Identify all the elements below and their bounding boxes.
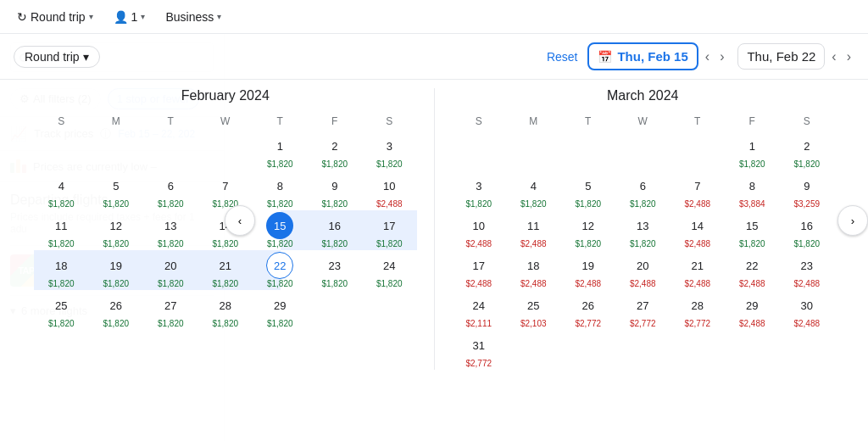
day-cell[interactable]: 28$1,820 [198, 290, 253, 330]
day-cell[interactable]: 7$1,820 [198, 170, 253, 210]
day-cell[interactable]: 10$2,488 [362, 170, 417, 210]
day-price: $1,820 [198, 279, 253, 288]
day-cell[interactable]: 26$1,820 [89, 290, 144, 330]
day-cell[interactable]: 6$1,820 [143, 170, 198, 210]
start-date-box[interactable]: 📅 Thu, Feb 15 [587, 42, 698, 70]
day-price: $3,884 [725, 199, 780, 209]
day-cell[interactable]: 24$2,111 [452, 290, 507, 330]
roundtrip-select[interactable]: Round trip ▾ [14, 46, 100, 68]
day-cell [561, 330, 616, 370]
end-date-prev-button[interactable]: ‹ [828, 46, 839, 68]
next-arrow-button[interactable]: › [837, 205, 868, 236]
day-cell[interactable]: 13$1,820 [615, 210, 670, 250]
march-calendar: March 2024 SMTWTFS1$1,8202$1,8203$1,8204… [435, 80, 852, 378]
day-cell[interactable]: 21$1,820 [198, 250, 253, 290]
passengers-button[interactable]: 👤 1 ▾ [107, 7, 153, 27]
day-cell[interactable]: 12$1,820 [89, 210, 144, 250]
start-date-prev-button[interactable]: ‹ [702, 46, 713, 68]
day-cell[interactable]: 5$1,820 [561, 170, 616, 210]
day-cell[interactable]: 16$1,820 [308, 210, 363, 250]
day-number: 13 [157, 212, 184, 239]
day-price: $1,820 [89, 199, 144, 209]
day-cell[interactable]: 11$2,488 [506, 210, 561, 250]
day-cell[interactable]: 13$1,820 [143, 210, 198, 250]
day-cell[interactable]: 25$1,820 [34, 290, 89, 330]
day-cell[interactable]: 28$2,772 [670, 290, 726, 330]
day-cell[interactable]: 23$2,488 [780, 250, 835, 290]
day-cell[interactable]: 3$1,820 [452, 170, 507, 210]
day-cell[interactable]: 18$1,820 [34, 250, 89, 290]
day-cell[interactable]: 2$1,820 [780, 131, 835, 170]
day-cell[interactable]: 29$1,820 [253, 290, 308, 330]
day-price: $2,488 [725, 279, 780, 288]
day-header: S [34, 112, 89, 131]
day-cell[interactable]: 17$1,820 [362, 210, 417, 250]
day-cell[interactable]: 16$1,820 [780, 210, 835, 250]
day-cell[interactable]: 19$2,488 [561, 250, 616, 290]
day-cell[interactable]: 15$1,820 [253, 210, 308, 250]
day-cell[interactable]: 2$1,820 [308, 131, 363, 170]
day-cell[interactable]: 8$3,884 [725, 170, 780, 210]
day-cell[interactable]: 10$2,488 [452, 210, 507, 250]
day-number: 10 [376, 172, 403, 199]
day-cell[interactable]: 15$1,820 [725, 210, 780, 250]
day-cell[interactable]: 7$2,488 [670, 170, 726, 210]
day-cell[interactable]: 25$2,103 [506, 290, 561, 330]
day-price: $1,820 [34, 279, 89, 288]
day-cell[interactable]: 24$1,820 [362, 250, 417, 290]
day-header: T [561, 112, 616, 131]
day-price: $1,820 [506, 199, 561, 209]
day-cell[interactable]: 31$2,772 [452, 330, 507, 370]
day-cell[interactable]: 11$1,820 [34, 210, 89, 250]
day-cell[interactable]: 14$2,488 [670, 210, 726, 250]
day-cell[interactable]: 6$1,820 [615, 170, 670, 210]
day-price: $2,488 [452, 239, 507, 248]
day-cell[interactable]: 20$2,488 [615, 250, 670, 290]
day-cell[interactable]: 19$1,820 [89, 250, 144, 290]
day-cell[interactable]: 5$1,820 [89, 170, 144, 210]
day-cell[interactable]: 20$1,820 [143, 250, 198, 290]
day-number: 18 [520, 252, 547, 279]
day-cell[interactable]: 27$2,772 [615, 290, 670, 330]
day-cell[interactable]: 1$1,820 [253, 131, 308, 170]
day-number: 17 [465, 252, 492, 279]
end-date-box[interactable]: Thu, Feb 22 [737, 43, 825, 70]
day-cell[interactable]: 21$2,488 [670, 250, 726, 290]
prev-arrow-button[interactable]: ‹ [225, 205, 255, 236]
trip-type-button[interactable]: ↻ Round trip ▾ [10, 7, 100, 27]
day-cell[interactable]: 4$1,820 [506, 170, 561, 210]
day-cell[interactable]: 23$1,820 [308, 250, 363, 290]
day-cell[interactable]: 17$2,488 [452, 250, 507, 290]
day-cell[interactable]: 1$1,820 [725, 131, 780, 170]
day-price: $1,820 [34, 319, 89, 328]
day-cell[interactable]: 29$2,488 [725, 290, 780, 330]
day-cell[interactable]: 18$2,488 [506, 250, 561, 290]
day-cell[interactable]: 4$1,820 [34, 170, 89, 210]
day-price: $1,820 [362, 279, 417, 288]
day-price: $1,820 [89, 239, 144, 248]
day-cell [308, 290, 363, 330]
class-button[interactable]: Business ▾ [159, 7, 228, 27]
trip-type-icon: ↻ [17, 10, 27, 24]
start-date-next-button[interactable]: › [716, 46, 727, 68]
day-number: 9 [321, 172, 348, 199]
day-cell[interactable]: 30$2,488 [780, 290, 835, 330]
end-date-next-button[interactable]: › [843, 46, 854, 68]
day-number: 21 [212, 252, 239, 279]
day-cell [670, 330, 726, 370]
day-cell[interactable]: 26$2,772 [561, 290, 616, 330]
day-number: 29 [738, 292, 765, 319]
day-cell[interactable]: 22$1,820 [253, 250, 308, 290]
day-number: 20 [629, 252, 656, 279]
day-price: $1,820 [34, 239, 89, 248]
day-cell[interactable]: 9$1,820 [308, 170, 363, 210]
day-cell[interactable]: 12$1,820 [561, 210, 616, 250]
day-cell[interactable]: 22$2,488 [725, 250, 780, 290]
day-cell[interactable]: 27$1,820 [143, 290, 198, 330]
day-cell[interactable]: 3$1,820 [362, 131, 417, 170]
reset-button[interactable]: Reset [547, 50, 578, 64]
day-number: 19 [575, 252, 602, 279]
day-cell[interactable]: 9$3,259 [780, 170, 835, 210]
day-price: $2,488 [725, 319, 780, 328]
day-cell[interactable]: 8$1,820 [253, 170, 308, 210]
